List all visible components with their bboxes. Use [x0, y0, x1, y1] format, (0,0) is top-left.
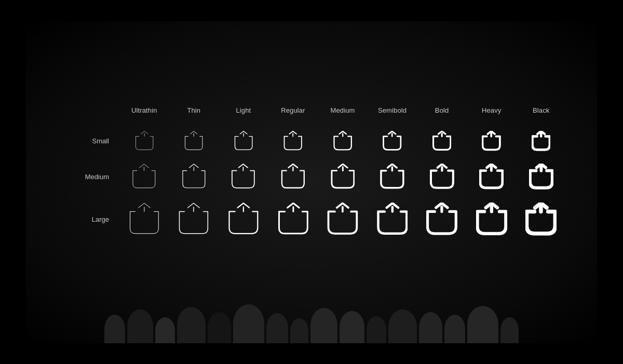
audience-head	[266, 313, 288, 343]
weight-header-bold: Bold	[417, 101, 467, 125]
share-icon	[377, 203, 408, 236]
share-icon	[331, 164, 355, 190]
audience-head	[127, 309, 153, 343]
weight-header-ultrathin: Ultrathin	[119, 101, 169, 125]
audience-head	[340, 311, 364, 343]
size-label-small: Small	[57, 133, 119, 149]
share-icon	[432, 131, 451, 151]
icon-cell-medium-ultrathin	[119, 157, 169, 196]
audience-bar	[26, 302, 597, 343]
icon-cell-medium-regular	[268, 157, 318, 196]
audience-head	[155, 317, 175, 343]
icon-cell-small-regular	[268, 125, 318, 157]
share-icon	[380, 164, 404, 190]
weight-header-regular: Regular	[268, 101, 318, 125]
main-screen: UltrathinThinLightRegularMediumSemiboldB…	[26, 21, 597, 343]
icon-cell-medium-heavy	[467, 157, 517, 196]
icon-cell-small-ultrathin	[119, 125, 169, 157]
share-icon	[178, 203, 209, 236]
audience-head	[104, 315, 125, 343]
share-icon	[482, 131, 500, 151]
icon-cell-large-ultrathin	[119, 196, 169, 242]
share-icon	[426, 203, 457, 236]
audience-head	[467, 306, 498, 343]
icon-grid: UltrathinThinLightRegularMediumSemiboldB…	[57, 101, 566, 242]
weight-header-thin: Thin	[169, 101, 219, 125]
share-icon	[479, 164, 504, 190]
icon-cell-large-semibold	[368, 196, 417, 242]
audience-head	[419, 312, 442, 343]
audience-head	[367, 316, 386, 343]
share-icon	[476, 203, 507, 236]
share-icon	[182, 164, 206, 190]
audience-head	[310, 308, 337, 343]
icon-cell-large-heavy	[467, 196, 517, 242]
icon-cell-small-bold	[417, 125, 467, 157]
weight-header-black: Black	[516, 101, 566, 125]
icon-cell-large-bold	[417, 196, 467, 242]
share-icon	[129, 203, 160, 236]
icon-cell-large-regular	[268, 196, 318, 242]
audience-head	[290, 318, 308, 343]
share-icon	[283, 131, 302, 151]
icon-cell-large-thin	[169, 196, 219, 242]
size-label-medium: Medium	[57, 169, 119, 185]
icon-cell-medium-light	[219, 157, 268, 196]
size-label-large: Large	[57, 211, 119, 227]
share-icon	[525, 203, 557, 236]
icon-cell-small-light	[219, 125, 268, 157]
share-icon	[333, 131, 352, 151]
weight-header-semibold: Semibold	[368, 101, 417, 125]
share-icon	[135, 131, 154, 151]
share-icon	[281, 164, 305, 190]
audience-head	[388, 309, 417, 343]
share-icon	[234, 131, 253, 151]
share-icon	[278, 203, 309, 236]
icon-cell-small-thin	[169, 125, 219, 157]
icon-cell-small-semibold	[368, 125, 417, 157]
share-icon	[327, 203, 358, 236]
icon-cell-large-black	[516, 196, 566, 242]
audience-head	[177, 307, 206, 343]
share-icon	[532, 131, 550, 151]
share-icon	[132, 164, 156, 190]
icon-cell-medium-bold	[417, 157, 467, 196]
share-icon	[228, 203, 259, 236]
icon-cell-large-light	[219, 196, 268, 242]
weight-header-heavy: Heavy	[467, 101, 517, 125]
share-icon	[383, 131, 401, 151]
weight-header-medium: Medium	[318, 101, 368, 125]
icon-cell-small-black	[516, 125, 566, 157]
audience-head	[233, 304, 264, 343]
audience-head	[500, 317, 519, 343]
share-icon	[184, 131, 203, 151]
icon-cell-small-heavy	[467, 125, 517, 157]
share-icon	[529, 164, 553, 190]
audience-head	[208, 312, 231, 343]
weight-header-light: Light	[219, 101, 268, 125]
icon-cell-small-medium	[318, 125, 368, 157]
icon-cell-medium-black	[516, 157, 566, 196]
share-icon	[231, 164, 255, 190]
icon-cell-large-medium	[318, 196, 368, 242]
share-icon	[430, 164, 454, 190]
icon-cell-medium-semibold	[368, 157, 417, 196]
icon-cell-medium-thin	[169, 157, 219, 196]
icon-cell-medium-medium	[318, 157, 368, 196]
audience-head	[444, 315, 465, 343]
